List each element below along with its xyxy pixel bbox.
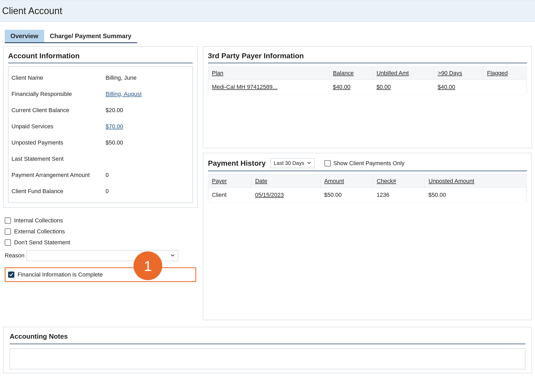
row-client-fund-balance: Client Fund Balance 0 [11, 183, 189, 199]
label-current-balance: Current Client Balance [11, 107, 106, 114]
value-current-balance: $20.00 [106, 107, 123, 114]
label-client-fund-balance: Client Fund Balance [11, 188, 106, 195]
value-fin-responsible[interactable]: Billing, August [106, 91, 142, 97]
col-payer[interactable]: Payer [208, 175, 252, 188]
label-unposted-payments: Unposted Payments [11, 139, 106, 146]
history-row[interactable]: Client 05/15/2023 $50.00 1236 $50.00 [208, 188, 527, 202]
label-show-client-only: Show Client Payments Only [333, 160, 405, 167]
payer-table: Plan Balance Unbilled Amt >90 Days Flagg… [208, 66, 527, 94]
accounting-notes-panel: Accounting Notes [3, 327, 532, 373]
col-flagged[interactable]: Flagged [483, 67, 527, 80]
highlight-financial-complete: 1 Financial Information is Complete [5, 267, 196, 282]
checkbox-dont-send-statement[interactable] [5, 239, 11, 246]
checkbox-external-collections[interactable] [5, 228, 11, 235]
col-amount[interactable]: Amount [321, 175, 373, 188]
tab-overview[interactable]: Overview [5, 30, 44, 43]
col-90days[interactable]: >90 Days [434, 67, 483, 80]
cell-amount: $50.00 [321, 188, 373, 202]
value-payment-arrangement: 0 [106, 172, 109, 178]
col-balance[interactable]: Balance [329, 67, 373, 80]
row-unposted-payments: Unposted Payments $50.00 [11, 135, 189, 151]
cell-balance[interactable]: $40.00 [329, 80, 373, 94]
account-info-heading: Account Information [8, 50, 193, 63]
tab-charge-payment-summary[interactable]: Charge/ Payment Summary [44, 30, 137, 43]
label-financial-complete: Financial Information is Complete [18, 271, 103, 278]
payer-info-heading: 3rd Party Payer Information [208, 50, 527, 63]
label-dont-send-statement: Don't Send Statement [14, 239, 70, 246]
col-check[interactable]: Check# [373, 175, 424, 188]
page-title: Client Account [2, 5, 533, 16]
chevron-down-icon [307, 160, 311, 166]
payment-history-table: Payer Date Amount Check# Unposted Amount… [208, 174, 527, 202]
row-reason: Reason [5, 248, 196, 266]
col-plan[interactable]: Plan [208, 67, 329, 80]
range-dropdown[interactable]: Last 30 Days [270, 158, 315, 168]
label-last-statement: Last Statement Sent [11, 155, 106, 162]
page-header: Client Account [0, 0, 535, 22]
payment-history-panel: Payment History Last 30 Days Show Client… [203, 153, 532, 320]
checkbox-show-client-only[interactable] [324, 160, 331, 166]
checkbox-internal-collections[interactable] [5, 217, 11, 224]
checkbox-group: Internal Collections External Collection… [3, 212, 198, 285]
row-payment-arrangement: Payment Arrangement Amount 0 [11, 167, 189, 183]
account-information-panel: Account Information Client Name Billing,… [3, 46, 198, 208]
cell-check: 1236 [373, 188, 424, 202]
callout-badge-1: 1 [133, 251, 162, 280]
label-unpaid-services: Unpaid Services [11, 123, 106, 130]
cell-date[interactable]: 05/15/2023 [251, 188, 321, 202]
label-client-name: Client Name [11, 74, 106, 81]
value-client-name: Billing, June [106, 74, 137, 81]
account-info-grid: Client Name Billing, June Financially Re… [8, 66, 193, 203]
row-last-statement: Last Statement Sent [11, 151, 189, 167]
value-client-fund-balance: 0 [106, 188, 109, 195]
label-external-collections: External Collections [14, 228, 65, 235]
cell-unbilled[interactable]: $0.00 [373, 80, 434, 94]
row-client-name: Client Name Billing, June [11, 70, 189, 86]
accounting-notes-heading: Accounting Notes [10, 331, 525, 344]
row-internal-collections: Internal Collections [5, 215, 196, 226]
tab-bar: Overview Charge/ Payment Summary [5, 30, 532, 43]
range-label: Last 30 Days [274, 160, 304, 166]
cell-90days[interactable]: $40.00 [434, 80, 483, 94]
cell-flagged [483, 80, 527, 94]
row-financially-responsible: Financially Responsible Billing, August [11, 86, 189, 102]
label-reason: Reason [5, 252, 25, 259]
label-payment-arrangement: Payment Arrangement Amount [11, 172, 106, 178]
row-unpaid-services: Unpaid Services $70.00 [11, 118, 189, 135]
col-unposted[interactable]: Unposted Amount [425, 175, 527, 188]
row-dont-send-statement: Don't Send Statement [5, 237, 196, 248]
label-fin-responsible: Financially Responsible [11, 91, 106, 97]
payer-info-panel: 3rd Party Payer Information Plan Balance… [203, 46, 532, 148]
payer-row[interactable]: Medi-Cal MH 97412589... $40.00 $0.00 $40… [208, 80, 527, 94]
cell-plan[interactable]: Medi-Cal MH 97412589... [208, 80, 329, 94]
row-current-balance: Current Client Balance $20.00 [11, 102, 189, 118]
col-date[interactable]: Date [251, 175, 321, 188]
chevron-down-icon [171, 252, 175, 259]
value-unpaid-services[interactable]: $70.00 [106, 123, 123, 130]
label-internal-collections: Internal Collections [14, 217, 63, 224]
row-external-collections: External Collections [5, 226, 196, 237]
payment-history-heading: Payment History [208, 159, 266, 168]
value-unposted-payments: $50.00 [106, 139, 123, 146]
cell-unposted: $50.00 [425, 188, 527, 202]
accounting-notes-textarea[interactable] [10, 348, 525, 369]
col-unbilled[interactable]: Unbilled Amt [373, 67, 434, 80]
checkbox-financial-complete[interactable] [8, 272, 14, 278]
cell-payer: Client [208, 188, 252, 202]
